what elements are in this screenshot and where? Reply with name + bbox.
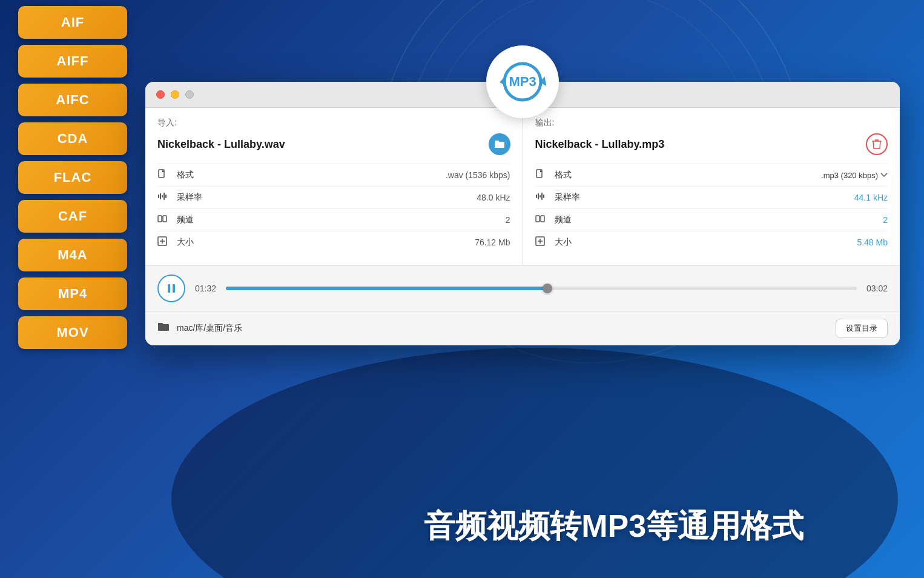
path-folder-icon [157, 322, 170, 335]
svg-rect-21 [173, 284, 175, 293]
chevron-down-icon [880, 173, 888, 178]
export-panel: 输出: Nickelback - Lullaby.mp3 格式 .mp3 (32… [523, 108, 900, 265]
format-badge-aifc[interactable]: AIFC [18, 84, 127, 116]
pause-icon [167, 283, 176, 294]
format-badge-flac[interactable]: FLAC [18, 161, 127, 194]
output-channel-svg-icon [535, 214, 545, 224]
output-channel-row: 频道 2 [535, 208, 888, 231]
output-channel-value: 2 [883, 215, 888, 225]
output-size-label: 大小 [555, 237, 857, 248]
delete-button[interactable] [866, 133, 888, 155]
input-channel-label: 频道 [177, 214, 506, 225]
convert-icon-wrapper[interactable]: MP3 [486, 45, 559, 118]
player-bar: 01:32 03:02 [145, 265, 900, 311]
output-format-label: 格式 [555, 170, 822, 181]
svg-rect-4 [160, 193, 161, 199]
path-text: mac/库/桌面/音乐 [177, 323, 828, 334]
format-badge-caf[interactable]: CAF [18, 200, 127, 233]
input-samplerate-value: 48.0 kHz [477, 193, 510, 202]
input-channel-value: 2 [506, 215, 510, 225]
current-time: 01:32 [195, 284, 216, 293]
output-format-value-text: .mp3 (320 kbps) [821, 171, 878, 180]
bottom-text: 音频视频转MP3等通用格式 [424, 505, 804, 548]
output-samplerate-value: 44.1 kHz [854, 193, 888, 202]
format-badge-m4a[interactable]: M4A [18, 239, 127, 271]
format-badge-cda[interactable]: CDA [18, 122, 127, 155]
output-file-icon [535, 169, 545, 179]
output-size-value: 5.48 Mb [857, 238, 888, 247]
output-samplerate-label: 采样率 [555, 192, 854, 203]
channel-icon [157, 214, 171, 226]
set-dir-button[interactable]: 设置目录 [836, 319, 888, 338]
svg-rect-9 [163, 216, 167, 222]
progress-fill [226, 287, 547, 290]
convert-icon-inner: MP3 [492, 51, 553, 112]
input-format-value: .wav (1536 kbps) [446, 170, 510, 180]
format-select-wrapper[interactable]: .mp3 (320 kbps) [821, 171, 888, 180]
import-panel: 导入: Nickelback - Lullaby.wav 格式 .wav (15… [145, 108, 523, 265]
output-channel-icon [535, 214, 549, 226]
input-format-row: 格式 .wav (1536 kbps) [157, 164, 510, 186]
total-time: 03:02 [866, 284, 888, 293]
output-size-icon [535, 236, 549, 248]
format-badge-aif[interactable]: AIF [18, 6, 127, 39]
format-badge-aiff[interactable]: AIFF [18, 45, 127, 78]
trash-icon [872, 139, 882, 150]
folder-icon [494, 140, 505, 148]
input-samplerate-row: 采样率 48.0 kHz [157, 186, 510, 208]
progress-bar[interactable] [226, 287, 857, 290]
output-channel-label: 频道 [555, 214, 883, 225]
svg-rect-7 [165, 194, 167, 198]
input-format-label: 格式 [177, 170, 446, 181]
channel-svg-icon [157, 214, 167, 224]
svg-rect-17 [536, 216, 540, 222]
path-bar: mac/库/桌面/音乐 设置目录 [145, 311, 900, 345]
svg-rect-5 [162, 195, 163, 198]
output-samplerate-icon [535, 191, 549, 204]
progress-thumb[interactable] [543, 284, 552, 293]
input-size-value: 76.12 Mb [475, 238, 510, 247]
output-format-row: 格式 .mp3 (320 kbps) [535, 164, 888, 186]
svg-rect-18 [541, 216, 544, 222]
output-samplerate-row: 采样率 44.1 kHz [535, 186, 888, 208]
size-icon [157, 236, 171, 248]
main-window: MP3 导入: Nickelback - Lullaby.wav [145, 82, 900, 345]
format-badge-mov[interactable]: MOV [18, 316, 127, 349]
svg-rect-13 [538, 193, 539, 199]
input-size-row: 大小 76.12 Mb [157, 231, 510, 253]
svg-rect-6 [163, 193, 165, 200]
export-label: 输出: [535, 118, 888, 128]
play-pause-button[interactable] [157, 274, 185, 302]
minimize-button[interactable] [171, 90, 179, 99]
output-file-name: Nickelback - Lullaby.mp3 [535, 133, 888, 155]
samplerate-icon [157, 191, 171, 204]
format-badge-mp4[interactable]: MP4 [18, 277, 127, 310]
svg-rect-12 [536, 194, 537, 198]
svg-rect-3 [158, 194, 159, 198]
format-icon [157, 169, 171, 181]
input-file-name: Nickelback - Lullaby.wav [157, 133, 510, 155]
output-size-svg-icon [535, 236, 545, 246]
format-list: AIF AIFF AIFC CDA FLAC CAF M4A MP4 MOV [18, 0, 127, 349]
folder-path-icon [157, 322, 170, 332]
output-file-text: Nickelback - Lullaby.mp3 [535, 138, 665, 151]
window-content: 导入: Nickelback - Lullaby.wav 格式 .wav (15… [145, 108, 900, 265]
close-button[interactable] [156, 90, 165, 99]
import-label: 导入: [157, 118, 510, 128]
open-folder-button[interactable] [489, 133, 510, 155]
size-svg-icon [157, 236, 167, 246]
waveform-icon [157, 191, 167, 201]
convert-label: MP3 [509, 74, 536, 90]
svg-rect-16 [543, 194, 544, 198]
input-channel-row: 频道 2 [157, 208, 510, 231]
output-format-icon [535, 169, 549, 181]
input-samplerate-label: 采样率 [177, 192, 477, 203]
svg-rect-20 [168, 284, 170, 293]
svg-rect-15 [541, 193, 543, 200]
zoom-button[interactable] [185, 90, 194, 99]
input-file-text: Nickelback - Lullaby.wav [157, 138, 285, 151]
output-waveform-icon [535, 191, 545, 201]
input-size-label: 大小 [177, 237, 475, 248]
svg-rect-14 [540, 195, 541, 198]
output-size-row: 大小 5.48 Mb [535, 231, 888, 253]
